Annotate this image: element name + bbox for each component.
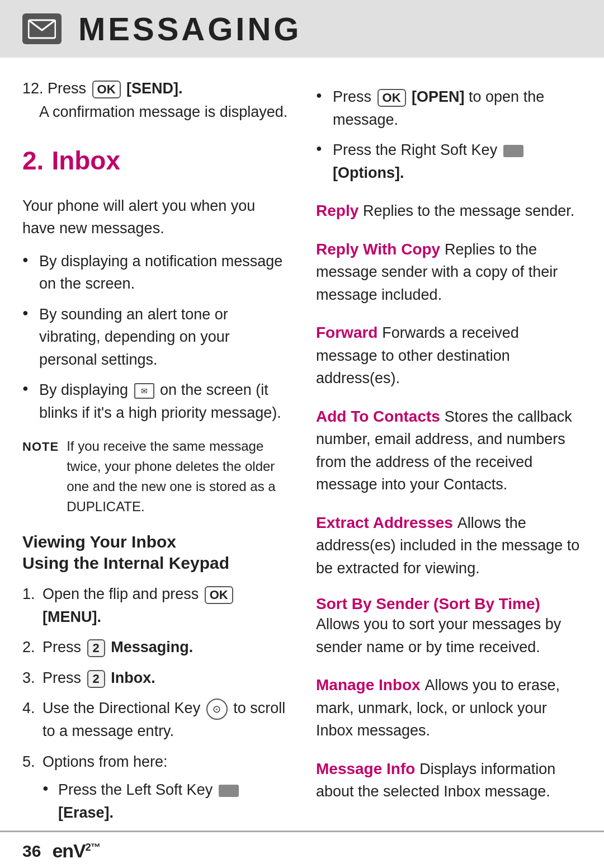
- option-desc: Replies to the message sender.: [363, 202, 574, 219]
- option-add-to-contacts: Add To Contacts Stores the callback numb…: [316, 405, 582, 496]
- note-text: If you receive the same message twice, y…: [67, 436, 288, 517]
- section-title: Inbox: [51, 145, 120, 176]
- ok-icon: OK: [92, 81, 121, 98]
- page-number: 36: [22, 842, 41, 861]
- option-manage-inbox: Manage Inbox Allows you to erase, mark, …: [316, 674, 582, 742]
- sub-bullet-list: Press the Left Soft Key [Erase].: [43, 779, 288, 824]
- option-reply-with-copy: Reply With Copy Replies to the message s…: [316, 238, 582, 306]
- step-12-desc: A confirmation message is displayed.: [39, 102, 288, 123]
- list-item: 1. Open the flip and press OK [MENU].: [22, 583, 288, 628]
- note-label: NOTE: [22, 436, 59, 517]
- content-area: 12. Press OK [SEND]. A confirmation mess…: [0, 58, 604, 868]
- list-item: By displaying ✉ on the screen (it blinks…: [22, 379, 288, 424]
- list-item: Press the Right Soft Key [Options].: [316, 139, 582, 184]
- option-extract-addresses: Extract Addresses Allows the address(es)…: [316, 512, 582, 580]
- brand-logo: enV2™: [52, 840, 100, 862]
- section-number: 2.: [22, 145, 44, 176]
- right-column: Press OK [OPEN] to open the message. Pre…: [316, 80, 582, 836]
- list-item: 3. Press 2 Inbox.: [22, 667, 288, 690]
- directional-key-icon: ⊙: [206, 699, 228, 720]
- step-12-bold: [SEND].: [126, 80, 183, 97]
- list-item: Press the Left Soft Key [Erase].: [43, 779, 288, 824]
- list-item: By displaying a notification message on …: [22, 250, 288, 295]
- option-title: Add To Contacts: [316, 408, 440, 425]
- messaging-icon: [22, 13, 62, 44]
- key-2-icon: 2: [87, 639, 105, 657]
- numbered-steps: 1. Open the flip and press OK [MENU]. 2.…: [22, 583, 288, 824]
- option-forward: Forward Forwards a received message to o…: [316, 322, 582, 390]
- message-icon: ✉: [134, 383, 154, 399]
- list-item: By sounding an alert tone or vibrating, …: [22, 303, 288, 371]
- ok-icon: OK: [205, 586, 233, 604]
- list-item: 4. Use the Directional Key ⊙ to scroll t…: [22, 697, 288, 742]
- feature-bullet-list: By displaying a notification message on …: [22, 250, 288, 424]
- list-item: 5. Options from here: Press the Left Sof…: [22, 751, 288, 824]
- option-title: Reply With Copy: [316, 240, 440, 258]
- step-12-label: 12. Press: [22, 80, 86, 97]
- footer: 36 enV2™: [0, 831, 604, 868]
- step-12: 12. Press OK [SEND]. A confirmation mess…: [22, 80, 288, 123]
- left-soft-key-icon: [219, 785, 239, 797]
- option-title: Forward: [316, 324, 378, 341]
- subheading-2: Using the Internal Keypad: [22, 554, 288, 573]
- ok-icon: OK: [378, 89, 406, 107]
- option-desc: Allows you to sort your messages by send…: [316, 616, 561, 655]
- option-title: Message Info: [316, 760, 415, 777]
- page-header: MESSAGING: [0, 0, 604, 58]
- option-sort-by-sender: Sort By Sender (Sort By Time) Allows you…: [316, 595, 582, 658]
- option-title: Extract Addresses: [316, 514, 453, 531]
- subheading-1: Viewing Your Inbox: [22, 532, 288, 551]
- list-item: Press OK [OPEN] to open the message.: [316, 86, 582, 131]
- step-12-line: 12. Press OK [SEND].: [22, 80, 288, 98]
- option-reply: Reply Replies to the message sender.: [316, 200, 582, 223]
- note-block: NOTE If you receive the same message twi…: [22, 436, 288, 517]
- page-title: MESSAGING: [78, 10, 302, 48]
- right-intro-bullets: Press OK [OPEN] to open the message. Pre…: [316, 86, 582, 184]
- left-column: 12. Press OK [SEND]. A confirmation mess…: [22, 80, 288, 836]
- list-item: 2. Press 2 Messaging.: [22, 636, 288, 659]
- key-2-icon: 2: [87, 670, 105, 688]
- option-title: Sort By Sender (Sort By Time): [316, 595, 540, 612]
- option-message-info: Message Info Displays information about …: [316, 758, 582, 803]
- option-title: Reply: [316, 202, 358, 219]
- right-soft-key-icon: [503, 145, 523, 157]
- option-title: Manage Inbox: [316, 676, 421, 694]
- section-intro: Your phone will alert you when you have …: [22, 195, 288, 240]
